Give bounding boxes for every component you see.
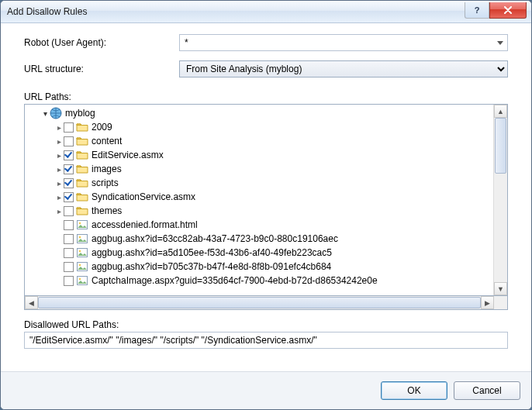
svg-point-6 [79, 250, 81, 253]
url-structure-select[interactable]: From Site Analysis (myblog) [179, 60, 508, 78]
scroll-down-icon[interactable]: ▼ [494, 282, 507, 295]
tree-checkbox[interactable] [64, 122, 74, 133]
titlebar: Add Disallow Rules ? [1, 1, 531, 23]
vertical-scrollbar[interactable]: ▲ ▼ [493, 105, 507, 295]
tree-checkbox[interactable] [64, 136, 74, 146]
folder-icon [76, 191, 88, 203]
tree-node[interactable]: aggbug.ashx?id=b705c37b-b47f-4e8d-8f8b-0… [26, 260, 493, 274]
tree-node[interactable]: ▸scripts [26, 176, 493, 190]
tree-root[interactable]: ▾myblog [26, 106, 493, 120]
tree-node[interactable]: ▸content [26, 134, 493, 148]
expander-icon[interactable]: ▸ [54, 151, 64, 160]
scroll-thumb[interactable] [495, 118, 506, 174]
close-button[interactable] [489, 2, 527, 19]
expander-icon[interactable]: ▸ [54, 207, 64, 215]
svg-point-2 [79, 222, 81, 225]
svg-point-10 [79, 278, 81, 281]
tree-node-label: scripts [92, 177, 119, 188]
folder-icon [76, 177, 88, 189]
tree-node[interactable]: ▸SyndicationService.asmx [26, 190, 493, 204]
scroll-track-h[interactable] [38, 296, 481, 309]
tree-node-label: aggbug.ashx?id=63cc82ab-43a7-4723-b9c0-8… [92, 233, 338, 244]
label-robot: Robot (User Agent): [24, 37, 179, 48]
svg-point-8 [79, 264, 81, 267]
dialog-footer: OK Cancel [1, 371, 531, 409]
tree-node[interactable]: ▸images [26, 162, 493, 176]
tree-checkbox[interactable] [64, 262, 74, 272]
svg-point-4 [79, 236, 81, 239]
scroll-thumb-h[interactable] [38, 297, 481, 308]
folder-icon [76, 205, 88, 217]
scroll-up-icon[interactable]: ▲ [494, 105, 507, 118]
window-buttons: ? [465, 2, 531, 18]
image-icon [76, 260, 88, 273]
label-url-structure: URL structure: [24, 64, 179, 74]
tree-node[interactable]: accessdenied.format.html [26, 218, 493, 232]
row-url-structure: URL structure: From Site Analysis (myblo… [24, 60, 508, 78]
tree-node[interactable]: ▸2009 [26, 120, 493, 134]
image-icon [76, 219, 88, 231]
tree-body: ▾myblog▸2009▸content▸EditService.asmx▸im… [25, 105, 493, 295]
expander-icon[interactable]: ▾ [40, 109, 50, 118]
ok-button[interactable]: OK [381, 381, 447, 400]
expander-icon[interactable]: ▸ [54, 123, 64, 132]
tree-checkbox[interactable] [64, 234, 74, 244]
tree-node-label: 2009 [92, 122, 112, 133]
folder-icon [76, 121, 88, 133]
tree-node-label: aggbug.ashx?id=a5d105ee-f53d-43b6-af40-4… [92, 247, 332, 258]
expander-icon[interactable]: ▸ [54, 193, 64, 202]
folder-icon [76, 163, 88, 175]
row-robot: Robot (User Agent): [24, 34, 508, 51]
window-title: Add Disallow Rules [7, 6, 465, 17]
dialog-content: Robot (User Agent): URL structure: From … [1, 23, 531, 371]
tree-checkbox[interactable] [64, 220, 74, 230]
tree-node-label: SyndicationService.asmx [92, 191, 195, 202]
tree-node[interactable]: ▸EditService.asmx [26, 148, 493, 162]
label-disallowed: Disallowed URL Paths: [24, 319, 508, 330]
disallowed-input[interactable] [24, 332, 508, 349]
tree-checkbox[interactable] [64, 178, 74, 188]
tree-node-label: images [92, 164, 122, 174]
label-url-paths: URL Paths: [24, 91, 508, 102]
globe-icon [50, 107, 62, 119]
robot-field-wrap [179, 34, 508, 51]
tree-checkbox[interactable] [64, 192, 74, 202]
expander-icon[interactable]: ▸ [54, 137, 64, 146]
horizontal-scrollbar[interactable]: ◀ ▶ [24, 295, 508, 310]
scroll-left-icon[interactable]: ◀ [25, 296, 38, 309]
tree-node-label: content [92, 136, 122, 146]
robot-input[interactable] [179, 34, 508, 51]
tree-checkbox[interactable] [64, 206, 74, 216]
expander-icon[interactable]: ▸ [54, 179, 64, 188]
tree-checkbox[interactable] [64, 150, 74, 160]
tree-node-label: EditService.asmx [92, 150, 164, 160]
cancel-button[interactable]: Cancel [454, 381, 520, 400]
tree-checkbox[interactable] [64, 248, 74, 258]
tree-node-label: themes [92, 205, 122, 216]
tree-checkbox[interactable] [64, 276, 74, 286]
scroll-corner [494, 296, 507, 309]
tree-node-label: accessdenied.format.html [92, 219, 198, 230]
url-paths-tree[interactable]: ▾myblog▸2009▸content▸EditService.asmx▸im… [24, 104, 508, 296]
tree-node[interactable]: ▸themes [26, 204, 493, 218]
help-button[interactable]: ? [465, 2, 489, 19]
close-icon [503, 6, 513, 14]
folder-icon [76, 135, 88, 147]
image-icon [76, 233, 88, 245]
scroll-right-icon[interactable]: ▶ [481, 296, 494, 309]
tree-node[interactable]: aggbug.ashx?id=63cc82ab-43a7-4723-b9c0-8… [26, 232, 493, 246]
dialog-window: Add Disallow Rules ? Robot (User Agent):… [0, 0, 532, 410]
tree-node-label: myblog [65, 108, 95, 119]
tree-checkbox[interactable] [64, 164, 74, 174]
folder-icon [76, 149, 88, 161]
tree-node[interactable]: aggbug.ashx?id=a5d105ee-f53d-43b6-af40-4… [26, 246, 493, 260]
expander-icon[interactable]: ▸ [54, 165, 64, 174]
tree-node-label: aggbug.ashx?id=b705c37b-b47f-4e8d-8f8b-0… [92, 261, 331, 272]
tree-node[interactable]: CaptchaImage.aspx?guid=335d64cf-7900-4eb… [26, 274, 493, 288]
image-icon [76, 274, 88, 287]
tree-node-label: CaptchaImage.aspx?guid=335d64cf-7900-4eb… [92, 275, 378, 286]
scroll-track[interactable] [494, 118, 507, 282]
image-icon [76, 246, 88, 259]
url-structure-field-wrap: From Site Analysis (myblog) [179, 60, 508, 78]
